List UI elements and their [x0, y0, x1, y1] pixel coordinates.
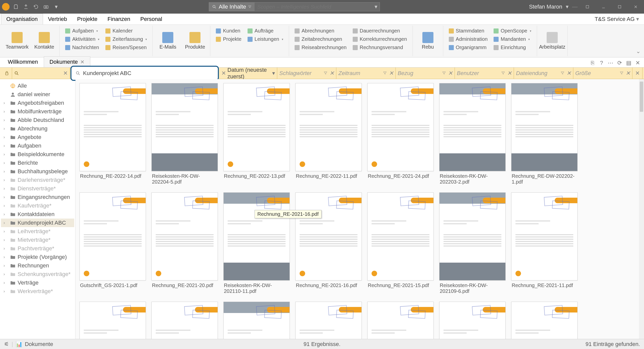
tree-folder-buchhaltungsbelege[interactable]: ›Buchhaltungsbelege [1, 167, 74, 176]
document-card[interactable]: Rechnung_RE-2021-24.pdf [367, 83, 434, 187]
global-search-input[interactable] [255, 4, 372, 10]
ribbon-expand-icon[interactable]: ⌄ [634, 26, 642, 56]
qat-more[interactable]: ▾ [52, 3, 60, 11]
main-search-input[interactable] [80, 70, 214, 77]
filter-benutzer[interactable]: Benutzer✕ [455, 67, 514, 79]
tree-folder-eingangsrechnungen[interactable]: ›Eingangsrechnungen [1, 193, 74, 201]
menu-tab-personal[interactable]: Personal [135, 14, 167, 24]
tree-folder-kontaktdateien[interactable]: ›Kontaktdateien [1, 210, 74, 219]
user-name[interactable]: Stefan Maron [529, 4, 562, 10]
menu-tab-organisation[interactable]: Organisation [1, 14, 43, 24]
document-card[interactable]: Rechnung_RE-2021-16.pdf [295, 192, 362, 296]
funnel-icon[interactable] [324, 70, 328, 77]
main-search-cell[interactable] [70, 66, 219, 81]
document-card[interactable]: Gutschrift_GS-2021-1.pdf [79, 192, 146, 296]
organigramm-button[interactable]: Organigramm [447, 44, 489, 51]
produkte-button[interactable]: Produkte [182, 30, 208, 51]
tree-folder-pachtverträge-[interactable]: ›Pachtverträge* [1, 244, 74, 253]
tree-folder-projekte--vorgänge-[interactable]: ›Projekte (Vorgänge) [1, 253, 74, 261]
tree-folder-beispieldokumente[interactable]: ›Beispieldokumente [1, 150, 74, 159]
tree-alle[interactable]: Alle [1, 82, 74, 90]
auftraege-button[interactable]: Aufträge [246, 27, 285, 34]
tree-folder-mietverträge-[interactable]: ›Mietverträge* [1, 236, 74, 244]
tree-folder-schenkungsverträge-[interactable]: ›Schenkungsverträge* [1, 270, 74, 278]
menu-tab-projekte[interactable]: Projekte [72, 14, 103, 24]
qat-button-1[interactable] [12, 3, 20, 11]
funnel-icon[interactable] [501, 70, 505, 77]
tree-folder-dienstverträge-[interactable]: ›Dienstverträge* [1, 184, 74, 193]
dauerrechnungen-button[interactable]: Dauerrechnungen [351, 27, 409, 34]
document-card[interactable]: Rechnung_RE-DW-202202-1.pdf [511, 83, 578, 187]
tree-folder-kaufverträge-[interactable]: ›Kaufverträge* [1, 201, 74, 210]
sort-dropdown-icon[interactable]: ▾ [272, 70, 275, 77]
clear-filter-icon[interactable]: ✕ [507, 70, 512, 77]
emails-button[interactable]: E-Mails [155, 30, 180, 51]
more-icon[interactable]: ⋯ [607, 60, 614, 66]
clear-sort-icon[interactable]: ✕ [221, 70, 226, 77]
clear-icon[interactable]: ✕ [63, 70, 68, 77]
teamwork-button[interactable]: Teamwork [5, 30, 30, 51]
refresh-icon[interactable]: ⟳ [616, 60, 623, 66]
help-icon[interactable]: ? [598, 60, 605, 66]
clear-filter-icon[interactable]: ✕ [389, 70, 393, 77]
menu-tab-finanzen[interactable]: Finanzen [102, 14, 135, 24]
tree-folder-angebote[interactable]: ›Angebote [1, 133, 74, 142]
document-card[interactable] [439, 302, 506, 339]
clear-filter-icon[interactable]: ✕ [567, 70, 571, 77]
kunden-button[interactable]: Kunden [214, 27, 243, 34]
kalender-button[interactable]: Kalender [104, 27, 148, 34]
tree-folder-werkverträge-[interactable]: ›Werkverträge* [1, 287, 74, 296]
abrechnungen-button[interactable]: Abrechnungen [293, 27, 348, 34]
tree-folder-verträge[interactable]: ›Verträge [1, 278, 74, 287]
document-card[interactable]: Reisekosten-RK-DW-202203-2.pdf [439, 83, 506, 187]
tree-folder-rechnungen[interactable]: ›Rechnungen [1, 261, 74, 270]
clear-filter-icon[interactable]: ✕ [626, 70, 630, 77]
document-card[interactable] [295, 302, 362, 339]
close-panel-icon[interactable]: ✕ [634, 60, 641, 66]
menu-tab-vertrieb[interactable]: Vertrieb [43, 14, 72, 24]
arbeitsplatz-button[interactable]: Arbeitsplatz [540, 30, 565, 51]
document-card[interactable]: Reisekosten-RK-DW-202109-6.pdf [439, 192, 506, 296]
leistungen-button[interactable]: Leistungen▾ [246, 36, 285, 43]
user-menu-caret[interactable]: ▾ [566, 4, 569, 10]
document-card[interactable]: Rechnung_RE-2022-14.pdf [79, 83, 146, 187]
window-close[interactable] [629, 2, 642, 11]
search-scope[interactable]: Alle Inhalte [209, 3, 255, 11]
administration-button[interactable]: Administration [447, 36, 489, 43]
funnel-icon[interactable] [560, 70, 565, 77]
tree-folder-kundenprojekt-abc[interactable]: ›Kundenprojekt ABC [1, 219, 74, 227]
qat-refresh[interactable] [32, 3, 40, 11]
document-card[interactable]: Rechnung_RE-2021-10.pdf [79, 302, 146, 339]
reisen-button[interactable]: Reisen/Spesen [104, 44, 148, 51]
tree-folder-leihverträge-[interactable]: ›Leihverträge* [1, 227, 74, 236]
tree-folder-aufgaben[interactable]: ›Aufgaben [1, 142, 74, 150]
rebu-button[interactable]: Rebu [415, 30, 440, 51]
tree-folder-mobilfunkverträge[interactable]: ›Mobilfunkverträge [1, 107, 74, 116]
filter-größe[interactable]: Größe✕ [573, 67, 632, 79]
funnel-icon[interactable] [620, 70, 624, 77]
search-dropdown[interactable]: ▾ [372, 4, 380, 10]
filter-zeitraum[interactable]: Zeitraum✕ [336, 67, 395, 79]
aufgaben-button[interactable]: Aufgaben▾ [64, 27, 101, 34]
zeitabrechnungen-button[interactable]: Zeitabrechnungen [293, 36, 348, 43]
close-tab-icon[interactable]: ✕ [80, 59, 85, 65]
company-selector[interactable]: T&S Service AG ▾ [591, 16, 643, 22]
filter-dateiendung[interactable]: Dateiendung✕ [514, 67, 573, 79]
korrekturrechnungen-button[interactable]: Korrekturrechnungen [351, 36, 409, 43]
document-card[interactable]: Rechnung_RE-2021-15.pdf [367, 192, 434, 296]
zeiterfassung-button[interactable]: Zeiterfassung▾ [104, 36, 148, 43]
layout-icon[interactable]: ▤ [625, 60, 632, 66]
tree-folder-berichte[interactable]: ›Berichte [1, 159, 74, 167]
document-card[interactable]: Rechnung_RE-2021-20.pdf [151, 192, 218, 296]
window-maximize[interactable] [613, 2, 626, 11]
clear-filter-icon[interactable]: ✕ [448, 70, 453, 77]
mandanten-button[interactable]: Mandanten▾ [492, 36, 533, 43]
document-card[interactable]: Reisekosten-RK-DW-202204-5.pdf [151, 83, 218, 187]
global-search[interactable]: Alle Inhalte ▾ [209, 2, 380, 11]
sort-cell[interactable]: ✕ Datum (neueste zuerst) ▾ [219, 67, 277, 79]
tree-folder-darlehensverträge-[interactable]: ›Darlehensverträge* [1, 176, 74, 184]
kontakte-button[interactable]: Kontakte [32, 30, 57, 51]
tree-folder-abble-deutschland[interactable]: ›Abble Deutschland [1, 116, 74, 124]
lock-cell[interactable] [2, 67, 12, 79]
document-card[interactable] [367, 302, 434, 339]
